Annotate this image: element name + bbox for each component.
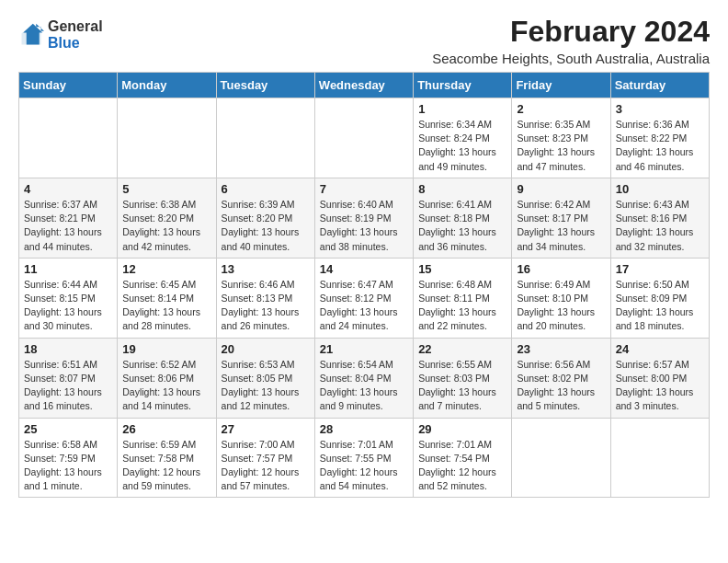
logo: General Blue	[18, 18, 103, 51]
day-number: 15	[418, 262, 506, 276]
calendar-cell: 19Sunrise: 6:52 AM Sunset: 8:06 PM Dayli…	[118, 338, 216, 418]
day-info: Sunrise: 6:55 AM Sunset: 8:03 PM Dayligh…	[418, 358, 506, 414]
day-info: Sunrise: 6:54 AM Sunset: 8:04 PM Dayligh…	[320, 358, 408, 414]
calendar-cell: 5Sunrise: 6:38 AM Sunset: 8:20 PM Daylig…	[118, 178, 216, 258]
day-number: 27	[222, 422, 310, 436]
day-number: 29	[418, 422, 506, 436]
day-info: Sunrise: 6:42 AM Sunset: 8:17 PM Dayligh…	[517, 198, 605, 254]
calendar-week-4: 18Sunrise: 6:51 AM Sunset: 8:07 PM Dayli…	[19, 338, 710, 418]
day-info: Sunrise: 6:43 AM Sunset: 8:16 PM Dayligh…	[616, 198, 704, 254]
day-number: 2	[517, 102, 605, 116]
day-number: 7	[320, 182, 408, 196]
day-number: 16	[517, 262, 605, 276]
day-info: Sunrise: 6:41 AM Sunset: 8:18 PM Dayligh…	[418, 198, 506, 254]
calendar-week-1: 1Sunrise: 6:34 AM Sunset: 8:24 PM Daylig…	[19, 98, 710, 178]
calendar-cell: 6Sunrise: 6:39 AM Sunset: 8:20 PM Daylig…	[216, 178, 314, 258]
calendar-week-2: 4Sunrise: 6:37 AM Sunset: 8:21 PM Daylig…	[19, 178, 710, 258]
calendar-cell	[512, 418, 610, 498]
day-number: 17	[616, 262, 704, 276]
day-info: Sunrise: 6:45 AM Sunset: 8:14 PM Dayligh…	[122, 278, 210, 334]
calendar-cell	[19, 98, 118, 178]
calendar-body: 1Sunrise: 6:34 AM Sunset: 8:24 PM Daylig…	[19, 98, 710, 498]
calendar-cell	[216, 98, 314, 178]
header-day-thursday: Thursday	[414, 73, 512, 98]
calendar-cell: 16Sunrise: 6:49 AM Sunset: 8:10 PM Dayli…	[512, 258, 610, 338]
day-number: 14	[320, 262, 408, 276]
calendar-cell: 17Sunrise: 6:50 AM Sunset: 8:09 PM Dayli…	[610, 258, 709, 338]
title-area: February 2024 Seacombe Heights, South Au…	[432, 15, 710, 66]
day-number: 11	[24, 262, 112, 276]
day-info: Sunrise: 6:46 AM Sunset: 8:13 PM Dayligh…	[222, 278, 310, 334]
calendar-cell: 24Sunrise: 6:57 AM Sunset: 8:00 PM Dayli…	[610, 338, 709, 418]
day-info: Sunrise: 6:48 AM Sunset: 8:11 PM Dayligh…	[418, 278, 506, 334]
calendar-cell: 1Sunrise: 6:34 AM Sunset: 8:24 PM Daylig…	[414, 98, 512, 178]
day-number: 18	[24, 342, 112, 356]
day-number: 8	[418, 182, 506, 196]
day-number: 6	[222, 182, 310, 196]
header-row: SundayMondayTuesdayWednesdayThursdayFrid…	[19, 73, 710, 98]
day-number: 19	[122, 342, 210, 356]
day-info: Sunrise: 6:40 AM Sunset: 8:19 PM Dayligh…	[320, 198, 408, 254]
day-info: Sunrise: 6:47 AM Sunset: 8:12 PM Dayligh…	[320, 278, 408, 334]
day-info: Sunrise: 6:58 AM Sunset: 7:59 PM Dayligh…	[24, 438, 112, 494]
day-number: 9	[517, 182, 605, 196]
day-number: 3	[616, 102, 704, 116]
logo-blue-text: Blue	[48, 35, 80, 51]
calendar-cell: 25Sunrise: 6:58 AM Sunset: 7:59 PM Dayli…	[19, 418, 118, 498]
calendar-cell: 29Sunrise: 7:01 AM Sunset: 7:54 PM Dayli…	[414, 418, 512, 498]
day-number: 13	[222, 262, 310, 276]
header: General Blue February 2024 Seacombe Heig…	[18, 15, 710, 66]
day-info: Sunrise: 7:01 AM Sunset: 7:55 PM Dayligh…	[320, 438, 408, 494]
day-info: Sunrise: 6:52 AM Sunset: 8:06 PM Dayligh…	[122, 358, 210, 414]
day-info: Sunrise: 6:59 AM Sunset: 7:58 PM Dayligh…	[122, 438, 210, 494]
subtitle: Seacombe Heights, South Australia, Austr…	[432, 51, 710, 66]
day-info: Sunrise: 6:44 AM Sunset: 8:15 PM Dayligh…	[24, 278, 112, 334]
calendar-cell: 18Sunrise: 6:51 AM Sunset: 8:07 PM Dayli…	[19, 338, 118, 418]
day-number: 12	[122, 262, 210, 276]
day-info: Sunrise: 6:38 AM Sunset: 8:20 PM Dayligh…	[122, 198, 210, 254]
calendar-cell: 27Sunrise: 7:00 AM Sunset: 7:57 PM Dayli…	[216, 418, 314, 498]
header-day-monday: Monday	[118, 73, 216, 98]
day-number: 10	[616, 182, 704, 196]
logo-icon	[18, 22, 44, 48]
header-day-sunday: Sunday	[19, 73, 118, 98]
logo-text: General Blue	[48, 18, 103, 51]
day-info: Sunrise: 6:36 AM Sunset: 8:22 PM Dayligh…	[616, 118, 704, 174]
calendar-cell	[610, 418, 709, 498]
day-info: Sunrise: 6:35 AM Sunset: 8:23 PM Dayligh…	[517, 118, 605, 174]
day-number: 24	[616, 342, 704, 356]
calendar-cell: 14Sunrise: 6:47 AM Sunset: 8:12 PM Dayli…	[314, 258, 413, 338]
day-info: Sunrise: 6:34 AM Sunset: 8:24 PM Dayligh…	[418, 118, 506, 174]
day-number: 21	[320, 342, 408, 356]
day-info: Sunrise: 6:50 AM Sunset: 8:09 PM Dayligh…	[616, 278, 704, 334]
calendar-cell: 26Sunrise: 6:59 AM Sunset: 7:58 PM Dayli…	[118, 418, 216, 498]
day-info: Sunrise: 6:39 AM Sunset: 8:20 PM Dayligh…	[222, 198, 310, 254]
day-number: 28	[320, 422, 408, 436]
main-title: February 2024	[432, 15, 710, 49]
calendar-cell: 8Sunrise: 6:41 AM Sunset: 8:18 PM Daylig…	[414, 178, 512, 258]
day-info: Sunrise: 6:53 AM Sunset: 8:05 PM Dayligh…	[222, 358, 310, 414]
calendar-week-5: 25Sunrise: 6:58 AM Sunset: 7:59 PM Dayli…	[19, 418, 710, 498]
header-day-saturday: Saturday	[610, 73, 709, 98]
calendar-cell: 21Sunrise: 6:54 AM Sunset: 8:04 PM Dayli…	[314, 338, 413, 418]
calendar-cell: 15Sunrise: 6:48 AM Sunset: 8:11 PM Dayli…	[414, 258, 512, 338]
header-day-friday: Friday	[512, 73, 610, 98]
calendar-cell: 4Sunrise: 6:37 AM Sunset: 8:21 PM Daylig…	[19, 178, 118, 258]
calendar-cell: 3Sunrise: 6:36 AM Sunset: 8:22 PM Daylig…	[610, 98, 709, 178]
calendar-cell: 20Sunrise: 6:53 AM Sunset: 8:05 PM Dayli…	[216, 338, 314, 418]
day-info: Sunrise: 6:51 AM Sunset: 8:07 PM Dayligh…	[24, 358, 112, 414]
day-number: 4	[24, 182, 112, 196]
calendar-cell: 2Sunrise: 6:35 AM Sunset: 8:23 PM Daylig…	[512, 98, 610, 178]
day-info: Sunrise: 6:57 AM Sunset: 8:00 PM Dayligh…	[616, 358, 704, 414]
day-info: Sunrise: 6:56 AM Sunset: 8:02 PM Dayligh…	[517, 358, 605, 414]
day-number: 5	[122, 182, 210, 196]
day-number: 1	[418, 102, 506, 116]
day-info: Sunrise: 6:37 AM Sunset: 8:21 PM Dayligh…	[24, 198, 112, 254]
calendar-cell	[314, 98, 413, 178]
calendar-cell: 10Sunrise: 6:43 AM Sunset: 8:16 PM Dayli…	[610, 178, 709, 258]
calendar-cell: 28Sunrise: 7:01 AM Sunset: 7:55 PM Dayli…	[314, 418, 413, 498]
header-day-wednesday: Wednesday	[314, 73, 413, 98]
day-info: Sunrise: 7:00 AM Sunset: 7:57 PM Dayligh…	[222, 438, 310, 494]
day-info: Sunrise: 6:49 AM Sunset: 8:10 PM Dayligh…	[517, 278, 605, 334]
calendar: SundayMondayTuesdayWednesdayThursdayFrid…	[18, 72, 710, 498]
